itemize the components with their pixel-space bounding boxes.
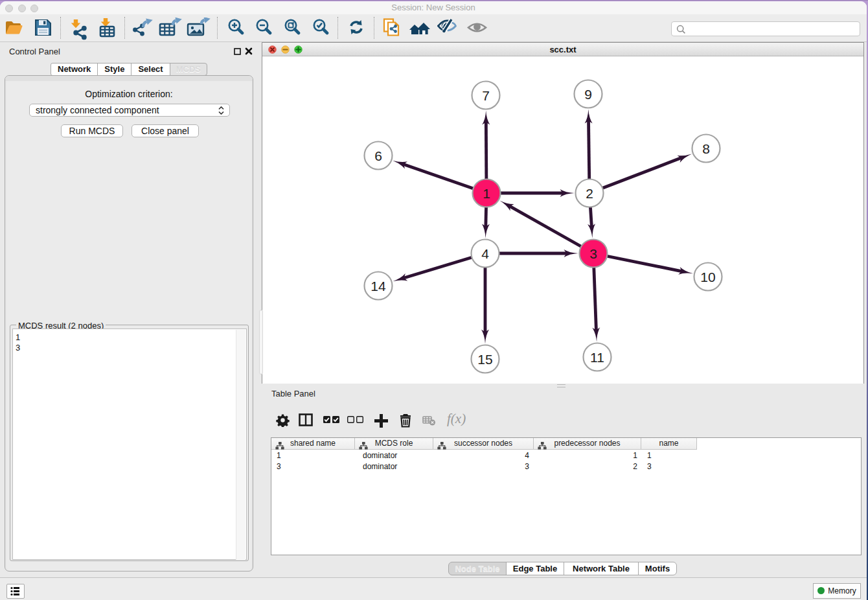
svg-text:8: 8 xyxy=(702,141,710,156)
svg-text:14: 14 xyxy=(371,279,386,294)
svg-text:4: 4 xyxy=(481,246,489,261)
svg-text:2: 2 xyxy=(586,186,593,201)
svg-text:6: 6 xyxy=(374,148,382,163)
svg-text:10: 10 xyxy=(700,270,715,284)
svg-text:7: 7 xyxy=(482,88,490,103)
svg-text:3: 3 xyxy=(589,246,597,261)
svg-text:11: 11 xyxy=(590,350,604,365)
svg-text:9: 9 xyxy=(584,87,592,102)
svg-text:15: 15 xyxy=(477,352,492,367)
svg-text:1: 1 xyxy=(483,186,490,201)
